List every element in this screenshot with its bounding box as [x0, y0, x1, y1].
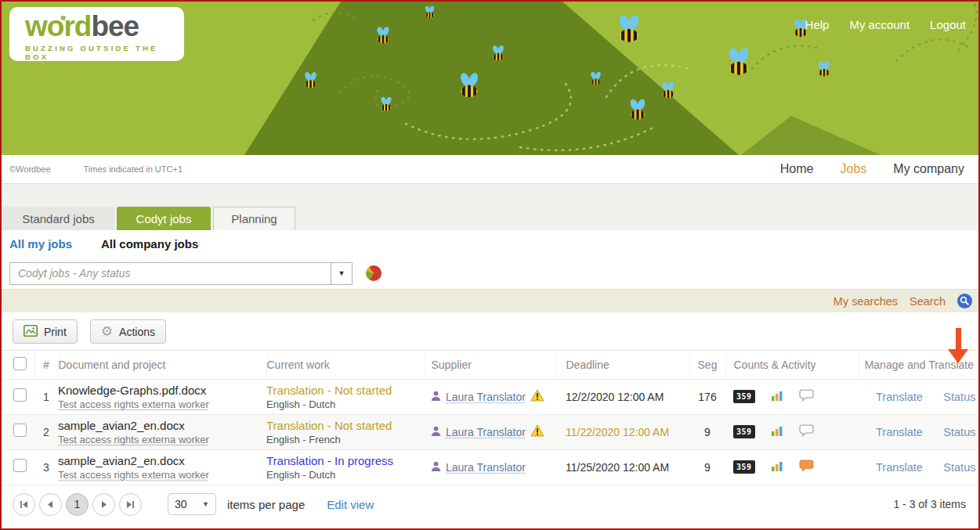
document-name[interactable]: Knowledge-Graphs.pdf.docx [58, 383, 266, 398]
logo-wordmark: ''wordbee [25, 12, 184, 41]
person-icon [431, 460, 441, 474]
bar-chart-icon[interactable] [771, 424, 783, 440]
language-pair: English - Dutch [266, 468, 425, 481]
items-range-label: 1 - 3 of 3 items [893, 498, 966, 510]
search-icon[interactable] [957, 294, 972, 308]
status-filter-value[interactable]: Codyt jobs - Any status [10, 263, 331, 284]
subtabs: All my jobs All company jobs [2, 230, 978, 258]
edit-view-link[interactable]: Edit view [327, 498, 374, 511]
logo-bee: bee [91, 10, 139, 42]
comment-bubble-icon[interactable] [799, 460, 814, 475]
project-name[interactable]: Test access rights externa worker [58, 398, 266, 411]
caret-down-icon: ▼ [202, 500, 209, 508]
tabs: Standard jobs Codyt jobs Planning [2, 207, 978, 230]
col-header-current-work: Current work [266, 351, 425, 379]
my-account-link[interactable]: My account [849, 18, 909, 31]
project-name[interactable]: Test access rights externa worker [58, 468, 266, 481]
status-filter-combobox[interactable]: Codyt jobs - Any status ▼ [9, 262, 353, 285]
select-all-checkbox[interactable] [13, 357, 27, 370]
translate-link[interactable]: Translate [876, 426, 923, 438]
tab-planning[interactable]: Planning [213, 207, 295, 230]
help-link[interactable]: Help [805, 18, 830, 31]
main-nav: Home Jobs My company [780, 162, 964, 176]
bar-chart-icon[interactable] [771, 389, 783, 405]
red-arrow-annotation [948, 328, 968, 363]
tab-standard-jobs[interactable]: Standard jobs [2, 207, 114, 230]
row-number: 1 [34, 379, 58, 414]
row-checkbox[interactable] [13, 459, 27, 472]
bar-chart-icon[interactable] [771, 460, 783, 475]
nav-my-company[interactable]: My company [893, 162, 964, 176]
bee-icon [818, 60, 831, 77]
table-row: 1 Knowledge-Graphs.pdf.docx Test access … [2, 379, 978, 414]
col-header-counts: Counts & Activity [725, 351, 859, 379]
row-checkbox[interactable] [13, 424, 27, 437]
filter-row: Codyt jobs - Any status ▼ [2, 258, 978, 289]
red-arrow-shaft [956, 328, 961, 349]
row-checkbox[interactable] [13, 388, 27, 402]
language-pair: English - French [266, 433, 425, 446]
supplier-link[interactable]: Laura Translator [446, 426, 526, 438]
wordcount-badge[interactable]: 359 [733, 460, 755, 474]
comment-bubble-icon[interactable] [799, 424, 814, 440]
next-page-button[interactable] [92, 493, 115, 516]
print-icon [24, 325, 38, 339]
deadline: 11/25/2020 12:00 AM [556, 449, 689, 485]
logo-tagline: BUZZING OUTSIDE THE BOX [25, 44, 184, 61]
actions-label: Actions [119, 326, 155, 338]
red-arrow-head [948, 349, 968, 363]
bee-icon [617, 14, 640, 43]
info-bar: ©Wordbee Times indicated in UTC+1 Home J… [2, 155, 978, 184]
deadline: 12/2/2020 12:00 AM [556, 379, 689, 414]
last-page-button[interactable] [119, 493, 142, 516]
row-number: 2 [34, 414, 58, 449]
pie-chart-icon[interactable] [366, 265, 382, 281]
wordcount-badge[interactable]: 359 [733, 425, 755, 438]
first-page-button[interactable] [13, 493, 35, 516]
segment-count: 9 [689, 449, 725, 485]
col-header-num: # [34, 351, 58, 379]
tab-codyt-jobs[interactable]: Codyt jobs [117, 207, 211, 230]
jobs-table: # Document and project Current work Supp… [2, 351, 978, 485]
nav-jobs[interactable]: Jobs [841, 162, 867, 176]
segment-count: 176 [689, 379, 725, 414]
caret-down-icon: ▼ [338, 269, 345, 277]
quick-links-bar: My searches Search [2, 289, 978, 312]
pagination-bar: 1 30 ▼ items per page Edit view 1 - 3 of… [2, 485, 978, 524]
subtab-all-company-jobs[interactable]: All company jobs [101, 237, 198, 251]
status-link[interactable]: Status [943, 461, 975, 474]
warning-icon [530, 424, 544, 440]
items-per-page-label: items per page [227, 498, 305, 511]
gear-icon: ⚙ [101, 325, 113, 338]
page-size-select[interactable]: 30 ▼ [168, 493, 216, 515]
filter-dropdown-button[interactable]: ▼ [331, 263, 352, 284]
row-number: 3 [34, 449, 58, 485]
nav-home[interactable]: Home [780, 162, 814, 176]
my-searches-link[interactable]: My searches [834, 295, 898, 308]
previous-page-button[interactable] [39, 493, 62, 516]
person-icon [431, 390, 441, 404]
search-link[interactable]: Search [909, 295, 946, 308]
supplier-link[interactable]: Laura Translator [446, 391, 526, 403]
print-button[interactable]: Print [13, 319, 78, 344]
project-name[interactable]: Test access rights externa worker [58, 433, 266, 446]
tab-band: Standard jobs Codyt jobs Planning [2, 184, 978, 230]
toolbar: Print ⚙ Actions [2, 312, 978, 351]
work-status: Translation - Not started [266, 383, 425, 398]
supplier-link[interactable]: Laura Translator [446, 461, 526, 474]
status-link[interactable]: Status [943, 426, 975, 438]
warning-icon [530, 389, 544, 405]
actions-button[interactable]: ⚙ Actions [90, 319, 166, 344]
person-icon [431, 425, 441, 439]
subtab-all-my-jobs[interactable]: All my jobs [9, 237, 72, 251]
document-name[interactable]: sample_avian2_en.docx [58, 453, 266, 468]
comment-bubble-icon[interactable] [799, 389, 814, 405]
segment-count: 9 [689, 414, 725, 449]
wordcount-badge[interactable]: 359 [733, 390, 755, 403]
document-name[interactable]: sample_avian2_en.docx [58, 418, 266, 433]
current-page-button[interactable]: 1 [66, 493, 89, 516]
status-link[interactable]: Status [943, 391, 975, 403]
translate-link[interactable]: Translate [876, 391, 923, 403]
logout-link[interactable]: Logout [930, 18, 966, 31]
translate-link[interactable]: Translate [876, 461, 923, 474]
